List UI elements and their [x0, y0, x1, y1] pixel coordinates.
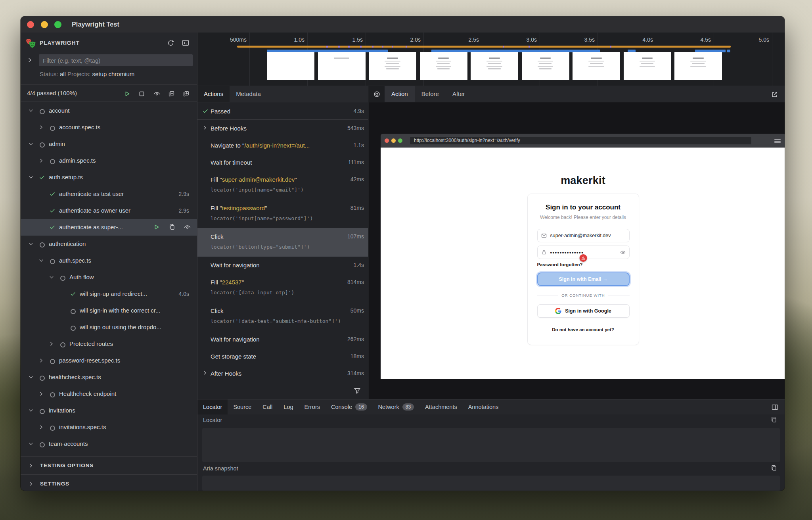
action-row[interactable]: Click107mslocator('button[type="submit"]…	[197, 228, 368, 257]
projects-value[interactable]: setup chromium	[92, 71, 135, 77]
tree-row[interactable]: invitations.spec.ts	[21, 419, 197, 436]
tab-attachments[interactable]: Attachments	[419, 399, 463, 414]
tree-row[interactable]: authentication	[21, 236, 197, 252]
tab-locator[interactable]: Locator	[197, 399, 228, 414]
signup-link[interactable]: Do not have an account yet?	[528, 327, 639, 332]
tree-row[interactable]: invitations	[21, 402, 197, 419]
chevron-right-icon[interactable]	[38, 424, 44, 432]
email-field[interactable]: super-admin@makerkit.dev	[537, 229, 630, 242]
tree-row[interactable]: healthcheck.spec.ts	[21, 369, 197, 386]
chevron-down-icon[interactable]	[28, 374, 34, 382]
maximize-button[interactable]	[54, 21, 61, 28]
expand-all-icon[interactable]	[181, 89, 191, 98]
copy-icon[interactable]	[167, 223, 176, 231]
minimize-button[interactable]	[41, 21, 48, 28]
tree-row[interactable]: will sign-in with the correct cr...	[21, 302, 197, 319]
tree-row[interactable]: will sign-up and redirect...4.0s	[21, 286, 197, 302]
tree-row[interactable]: admin.spec.ts	[21, 152, 197, 169]
chevron-down-icon[interactable]	[28, 241, 34, 248]
tab-after[interactable]: After	[446, 86, 472, 102]
chevron-down-icon[interactable]	[28, 175, 34, 182]
chevron-down-icon[interactable]	[49, 274, 54, 282]
chevron-right-icon[interactable]	[38, 391, 44, 398]
filmstrip-thumbnail[interactable]	[267, 52, 314, 80]
tree-row[interactable]: team-accounts	[21, 436, 197, 452]
tree-row[interactable]: account.spec.ts	[21, 119, 197, 136]
filmstrip-thumbnail[interactable]	[471, 52, 518, 80]
url-bar[interactable]: http://localhost:3000/auth/sign-in?next=…	[410, 137, 751, 144]
tab-console[interactable]: Console16	[326, 399, 373, 414]
filmstrip-thumbnail[interactable]	[573, 52, 620, 80]
filmstrip-thumbnail[interactable]	[420, 52, 467, 80]
tab-metadata[interactable]: Metadata	[230, 86, 267, 102]
tree-row[interactable]: Auth flow	[21, 269, 197, 286]
split-view-icon[interactable]	[770, 403, 779, 411]
terminal-icon[interactable]	[181, 38, 190, 48]
watch-icon[interactable]	[152, 89, 161, 98]
signin-google-button[interactable]: Sign in with Google	[537, 304, 630, 318]
chevron-down-icon[interactable]	[28, 141, 34, 148]
play-icon[interactable]	[122, 89, 132, 98]
timeline[interactable]: 500ms1.0s1.5s2.0s2.5s3.0s3.5s4.0s4.5s5.0…	[197, 33, 785, 86]
chevron-right-icon[interactable]	[38, 158, 44, 165]
chevron-right-icon[interactable]	[38, 358, 44, 365]
tree-row[interactable]: will sign out using the dropdo...	[21, 319, 197, 336]
tab-errors[interactable]: Errors	[299, 399, 326, 414]
tree-row[interactable]: auth.spec.ts	[21, 252, 197, 269]
filmstrip-thumbnail[interactable]	[522, 52, 569, 80]
watch-icon[interactable]	[183, 223, 192, 231]
stop-icon[interactable]	[137, 89, 146, 98]
tab-log[interactable]: Log	[278, 399, 299, 414]
filmstrip-thumbnail[interactable]	[318, 52, 366, 80]
filter-input[interactable]	[39, 54, 193, 66]
tree-row[interactable]: authenticate as test user2.9s	[21, 186, 197, 202]
chevron-down-icon[interactable]	[28, 441, 34, 448]
chevron-right-icon[interactable]	[38, 125, 44, 132]
tab-annotations[interactable]: Annotations	[463, 399, 504, 414]
tree-row[interactable]: authenticate as super-...	[21, 219, 197, 236]
action-row[interactable]: Before Hooks543ms	[197, 120, 368, 137]
tree-row[interactable]: auth.setup.ts	[21, 169, 197, 186]
action-row[interactable]: Click50mslocator('[data-test="submit-mfa…	[197, 302, 368, 331]
filmstrip-thumbnail[interactable]	[624, 52, 671, 80]
chevron-right-icon[interactable]	[27, 57, 33, 65]
show-password-icon[interactable]	[620, 249, 626, 257]
tree-row[interactable]: password-reset.spec.ts	[21, 352, 197, 369]
copy-aria-snapshot-icon[interactable]	[770, 464, 778, 472]
tree-row[interactable]: admin	[21, 136, 197, 152]
tab-before[interactable]: Before	[415, 86, 446, 102]
browser-menu-icon[interactable]	[774, 139, 781, 144]
chevron-right-icon[interactable]	[202, 125, 208, 132]
signin-email-button[interactable]: Sign in with Email →	[537, 272, 630, 286]
action-row[interactable]: Wait for navigation1.4s	[197, 257, 368, 274]
open-external-icon[interactable]	[770, 90, 779, 99]
collapse-all-icon[interactable]	[167, 89, 176, 98]
status-value[interactable]: all	[60, 71, 66, 77]
action-row[interactable]: After Hooks314ms	[197, 365, 368, 382]
action-row[interactable]: Get storage state18ms	[197, 348, 368, 365]
chevron-down-icon[interactable]	[28, 108, 34, 115]
action-row[interactable]: Passed4.9s	[197, 103, 368, 120]
tree-row[interactable]: Healthcheck endpoint	[21, 386, 197, 402]
forgot-password-link[interactable]: Password forgotten?	[537, 262, 583, 267]
aria-snapshot-editor[interactable]	[202, 476, 780, 491]
chevron-right-icon[interactable]	[202, 370, 208, 377]
action-row[interactable]: Wait for timeout111ms	[197, 154, 368, 171]
play-icon[interactable]	[152, 223, 161, 231]
tree-row[interactable]: authenticate as owner user2.9s	[21, 202, 197, 219]
chevron-down-icon[interactable]	[38, 258, 44, 265]
filter-funnel-icon[interactable]	[352, 386, 362, 396]
chevron-right-icon[interactable]	[49, 341, 54, 348]
tab-action[interactable]: Action	[385, 86, 415, 102]
pick-locator-target-icon[interactable]	[369, 86, 385, 102]
tab-actions[interactable]: Actions	[197, 86, 230, 102]
tree-row[interactable]: account	[21, 102, 197, 119]
tab-call[interactable]: Call	[257, 399, 278, 414]
close-button[interactable]	[27, 21, 34, 28]
action-row[interactable]: Navigate to "/auth/sign-in?next=/aut...1…	[197, 137, 368, 154]
sidebar-section-testing-options[interactable]: TESTING OPTIONS	[21, 456, 197, 474]
filmstrip-thumbnail[interactable]	[369, 52, 416, 80]
tab-source[interactable]: Source	[228, 399, 257, 414]
tree-row[interactable]: Protected routes	[21, 336, 197, 352]
refresh-icon[interactable]	[166, 38, 175, 48]
